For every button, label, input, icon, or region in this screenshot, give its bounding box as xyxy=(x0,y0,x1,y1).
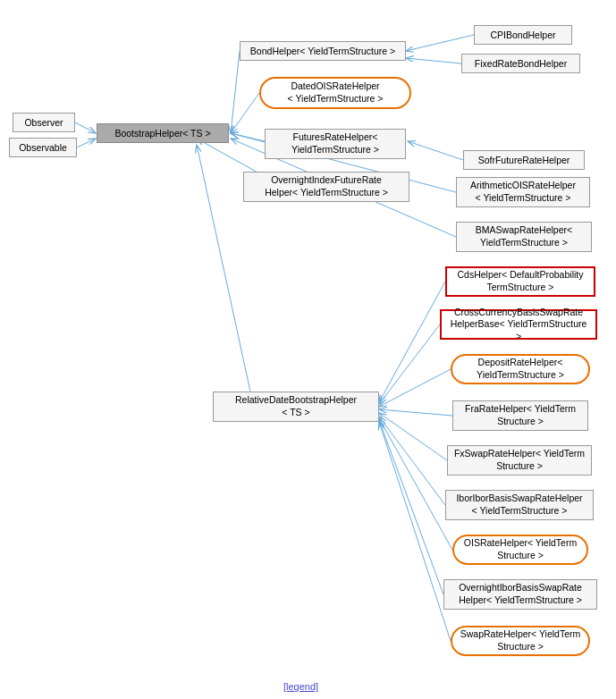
node-fixedratebondhelper: FixedRateBondHelper xyxy=(461,54,580,73)
node-datedoisratehelper: DatedOISRateHelper < YieldTermStructure … xyxy=(259,77,411,109)
svg-line-3 xyxy=(406,35,474,51)
node-swapratehelper: SwapRateHelper< YieldTerm Structure > xyxy=(451,626,590,656)
node-relativedatebootstraphelper: RelativeDateBootstrapHelper < TS > xyxy=(213,392,379,422)
node-cdshelper: CdsHelper< DefaultProbability TermStruct… xyxy=(445,266,595,297)
node-fraratehelper: FraRateHelper< YieldTerm Structure > xyxy=(452,400,588,431)
svg-line-13 xyxy=(379,369,451,407)
node-sofrfutureratehelper: SofrFutureRateHelper xyxy=(463,150,585,170)
node-overnightindexfuturerate: OvernightIndexFutureRate Helper< YieldTe… xyxy=(243,172,409,202)
node-overnightiborbasisswaprate: OvernightIborBasisSwapRate Helper< Yield… xyxy=(443,579,597,610)
svg-line-2 xyxy=(231,51,240,133)
svg-line-14 xyxy=(379,409,452,416)
svg-line-16 xyxy=(379,417,445,505)
node-bmaswapratehelper: BMASwapRateHelper< YieldTermStructure > xyxy=(456,222,592,252)
svg-line-6 xyxy=(231,133,265,141)
node-cpibondhelper: CPIBondHelper xyxy=(474,25,572,45)
node-iboriborbasisswapratehelper: IborIborBasisSwapRateHelper < YieldTermS… xyxy=(445,490,594,520)
node-oisratehelper: OISRateHelper< YieldTerm Structure > xyxy=(452,535,588,565)
node-arithmeticoisratehelper: ArithmeticOISRateHelper < YieldTermStruc… xyxy=(456,177,590,207)
node-observable: Observable xyxy=(9,138,77,157)
node-futuresratehelper: FuturesRateHelper< YieldTermStructure > xyxy=(265,129,406,159)
svg-line-19 xyxy=(379,422,451,641)
svg-line-5 xyxy=(231,93,259,133)
svg-line-4 xyxy=(406,58,461,63)
svg-line-0 xyxy=(75,122,96,133)
node-bootstraphelper: BootstrapHelper< TS > xyxy=(97,123,229,143)
node-depositratehelper: DepositRateHelper< YieldTermStructure > xyxy=(451,354,590,384)
node-fxswapratehelper: FxSwapRateHelper< YieldTerm Structure > xyxy=(447,445,592,476)
legend-link[interactable]: [legend] xyxy=(283,681,318,692)
svg-line-18 xyxy=(379,420,443,594)
node-bondhelper: BondHelper< YieldTermStructure > xyxy=(240,41,406,61)
svg-line-15 xyxy=(379,413,447,460)
svg-line-8 xyxy=(408,141,463,160)
diagram-container: CPIBondHelper FixedRateBondHelper BondHe… xyxy=(0,0,616,699)
node-observer: Observer xyxy=(13,113,75,132)
svg-line-17 xyxy=(379,418,452,550)
node-crosscurrencybasisswaprate: CrossCurrencyBasisSwapRate HelperBase< Y… xyxy=(440,309,597,340)
svg-line-11 xyxy=(379,282,445,402)
svg-line-20 xyxy=(197,145,250,392)
svg-line-1 xyxy=(77,139,96,147)
svg-line-12 xyxy=(379,324,440,404)
